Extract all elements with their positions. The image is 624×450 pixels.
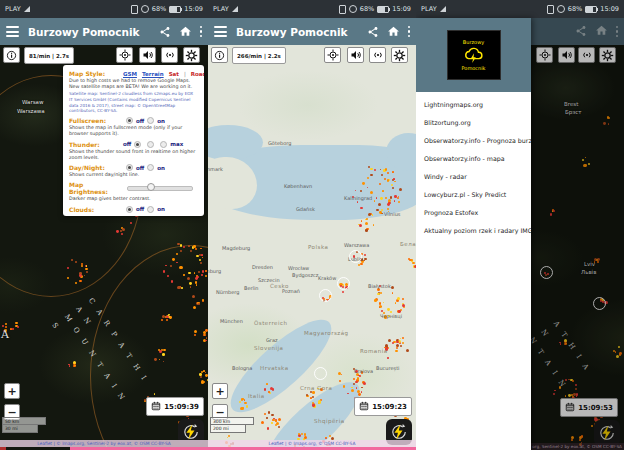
lightning-strike-dot — [360, 207, 363, 210]
detector-signal-button[interactable] — [161, 47, 178, 63]
strike-rate-label: 81/min | 2.7s — [24, 47, 74, 64]
lightning-strike-dot — [162, 353, 165, 356]
daynight-off-radio[interactable] — [126, 164, 133, 171]
drawer-menu-item[interactable]: Aktualny poziom rzek i radary IMGW — [416, 221, 531, 239]
locate-button[interactable] — [116, 47, 133, 63]
lightning-map[interactable]: 266/min | 2.2s + − 300 km 200 mi 15:09:2… — [208, 45, 416, 450]
drawer-menu-item[interactable]: Lowcyburz.pl - Sky Predict — [416, 185, 531, 203]
lightning-strike-dot — [341, 374, 343, 376]
drawer-menu-item[interactable]: Blitzortung.org — [416, 113, 531, 131]
info-button[interactable] — [3, 47, 20, 63]
share-icon[interactable] — [159, 26, 171, 38]
lightning-strike-dot — [388, 199, 391, 202]
drawer-scrim[interactable] — [531, 18, 624, 450]
map-style-gsm[interactable]: GSM — [123, 71, 137, 77]
lightning-strike-dot — [266, 417, 268, 419]
lightning-strike-dot — [161, 319, 163, 321]
lightning-strike-dot — [365, 229, 368, 232]
settings-button[interactable] — [183, 47, 200, 63]
settings-button[interactable] — [391, 47, 408, 63]
lightning-strike-dot — [379, 211, 382, 214]
share-icon[interactable] — [367, 26, 379, 38]
lightning-strike-dot — [15, 322, 18, 325]
zoom-in-button[interactable]: + — [212, 383, 228, 399]
map-label: Italia — [248, 393, 265, 399]
scale-mi: 200 mi — [210, 425, 246, 433]
drawer-menu-item[interactable]: Prognoza Estofex — [416, 203, 531, 221]
thunder-off-label: off — [123, 141, 131, 147]
lightning-strike-dot — [298, 433, 300, 435]
drawer-menu-item[interactable]: Obserwatorzy.info - mapa — [416, 149, 531, 167]
lightning-strike-dot — [406, 349, 409, 352]
drawer-menu-item[interactable]: Windy - radar — [416, 167, 531, 185]
status-bar: PLAY 68% 15:09 — [416, 0, 624, 18]
lightning-strike-dot — [69, 365, 71, 367]
sound-button[interactable] — [139, 47, 156, 63]
clouds-off-radio[interactable] — [126, 206, 133, 213]
map-style-terrain[interactable]: Terrain — [142, 71, 164, 77]
home-icon[interactable] — [179, 25, 192, 38]
lightning-strike-dot — [339, 380, 341, 382]
lightning-strike-dot — [361, 220, 363, 222]
fullscreen-off-radio[interactable] — [126, 117, 133, 124]
map-style-sat[interactable]: Sat — [169, 71, 179, 77]
map-style-roads[interactable]: Roads — [191, 71, 204, 77]
map-label: Göteborg — [268, 140, 291, 146]
brightness-desc: Darker map gives better contrast. — [69, 196, 198, 202]
info-button[interactable] — [211, 47, 228, 63]
map-label: Česko — [270, 283, 289, 289]
map-label: Nürnberg — [216, 289, 239, 295]
lightning-strike-dot — [167, 275, 169, 277]
lightning-strike-dot — [359, 224, 362, 227]
fullscreen-on-radio[interactable] — [147, 117, 154, 124]
lightning-strike-dot — [397, 297, 400, 300]
detector-signal-button[interactable] — [369, 47, 386, 63]
lightning-map[interactable]: C A R P A T H I A N M O U N T A I N S 81… — [0, 45, 208, 450]
lightning-strike-dot — [355, 381, 358, 384]
signal-icon — [440, 6, 446, 12]
lightning-strike-dot — [196, 255, 198, 257]
menu-icon[interactable] — [214, 26, 227, 37]
signal-icon — [24, 6, 30, 12]
lightning-strike-dot — [399, 188, 402, 191]
screenshot-panel-3: PLAY 68% 15:09 A T H I A N N T A I N S 1… — [416, 0, 624, 450]
locate-button[interactable] — [324, 47, 341, 63]
battery-icon — [169, 6, 181, 13]
battery-icon — [377, 6, 389, 13]
timestamp-chip[interactable]: 15:09:39 — [146, 397, 204, 416]
map-label: Vilnius — [384, 211, 400, 217]
lightning-strike-dot — [227, 437, 229, 439]
sound-button[interactable] — [347, 47, 364, 63]
off-label: off — [136, 206, 144, 212]
lightning-strike-dot — [268, 391, 270, 393]
brightness-slider[interactable] — [127, 186, 193, 191]
lightning-strike-dot — [392, 171, 394, 173]
battery-percent: 68% — [152, 5, 166, 13]
menu-icon[interactable] — [6, 26, 19, 37]
lightning-strike-dot — [365, 222, 368, 225]
lightning-strike-dot — [392, 187, 394, 189]
thunder-radio-1[interactable] — [134, 141, 141, 148]
clouds-on-radio[interactable] — [147, 206, 154, 213]
alarm-icon — [141, 5, 149, 13]
lightning-map-dimmed[interactable]: A T H I A N N T A I N S 15:09:53 org, Se… — [531, 18, 624, 450]
recent-strike-ring — [314, 367, 327, 380]
thunder-radio-3[interactable] — [160, 141, 167, 148]
home-icon[interactable] — [387, 25, 400, 38]
daynight-on-radio[interactable] — [147, 164, 154, 171]
slider-thumb[interactable] — [147, 183, 155, 191]
lightning-strike-dot — [373, 224, 375, 226]
lightning-strike-dot — [195, 248, 197, 250]
thunder-radio-2[interactable] — [147, 141, 154, 148]
drawer-menu-item[interactable]: Obserwatorzy.info - Prognoza burz — [416, 131, 531, 149]
lightning-strike-dot — [402, 298, 404, 300]
overflow-menu-icon[interactable] — [200, 26, 203, 38]
on-label: on — [157, 206, 165, 212]
zoom-in-button[interactable]: + — [4, 383, 20, 399]
overflow-menu-icon[interactable] — [408, 26, 411, 38]
lightning-strike-dot — [203, 334, 206, 337]
recent-strike-ring — [337, 277, 350, 290]
drawer-menu-item[interactable]: Lightningmaps.org — [416, 95, 531, 113]
lightning-strike-dot — [165, 265, 167, 267]
timestamp-chip[interactable]: 15:09:23 — [354, 397, 412, 416]
